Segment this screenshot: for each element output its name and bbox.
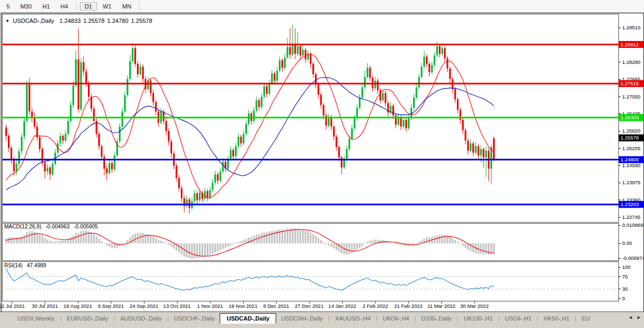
price-level-box-label: 1.24800 <box>621 157 639 162</box>
candle-body <box>493 138 495 160</box>
candle-body <box>209 190 211 198</box>
macd-bar <box>374 240 376 243</box>
timeframe-button-w1[interactable]: W1 <box>98 2 117 11</box>
chart-canvas[interactable]: 1.295101.282801.276651.270501.264351.258… <box>0 0 644 328</box>
date-label: 27 Dec 2021 <box>295 303 324 309</box>
candle-body <box>423 56 425 67</box>
macd-bar <box>384 241 386 243</box>
candle-body <box>312 64 314 74</box>
candle-body <box>88 84 90 97</box>
candle-body <box>21 137 22 151</box>
macd-bar <box>398 243 399 244</box>
macd-bar <box>436 235 438 243</box>
candle-body <box>134 48 136 63</box>
candle-body <box>310 54 311 64</box>
rsi-tick-label: 70 <box>622 274 628 280</box>
candle-body <box>323 105 324 115</box>
candle-body <box>196 193 198 200</box>
candle-body <box>336 137 337 147</box>
tab-uk100-h1[interactable]: UK100-,H1 <box>459 314 497 323</box>
candle-body <box>238 137 239 146</box>
candle-body <box>269 84 270 94</box>
macd-bar <box>263 233 265 243</box>
candle-body <box>320 95 321 105</box>
tab-xauusd-h4[interactable]: XAUUSD-,H4 <box>330 314 375 323</box>
candle-body <box>482 149 484 158</box>
candle-body <box>258 100 260 107</box>
candle-body <box>15 164 17 171</box>
candle-body <box>204 191 206 199</box>
timeframe-button-m30[interactable]: M30 <box>15 2 36 11</box>
tab-eurusd-daily[interactable]: EURUSD-,Daily <box>62 314 113 323</box>
candle-body <box>26 85 28 121</box>
timeframe-button-h4[interactable]: H4 <box>56 2 73 11</box>
tab-eu[interactable]: EU <box>577 314 594 323</box>
candle-body <box>137 64 139 74</box>
date-label: 2 Feb 2022 <box>363 303 388 309</box>
macd-indicator-label: MACD(12,26,9) -0.004963 -0.005905 <box>4 224 102 229</box>
candle-body <box>426 56 428 64</box>
macd-bar <box>416 243 417 244</box>
tab-scroll-right-icon[interactable]: ► <box>637 315 641 320</box>
candle-body <box>400 117 402 127</box>
macd-bar <box>472 243 474 252</box>
macd-bar <box>418 242 420 243</box>
tab-usdchf-daily[interactable]: USDCHF-,Daily <box>169 314 220 323</box>
candle-body <box>83 62 84 71</box>
tab-dj30-daily[interactable]: DJ30-,Daily <box>416 314 456 323</box>
candle-body <box>168 131 170 141</box>
candle-body <box>181 188 182 199</box>
macd-bar <box>85 231 87 243</box>
candle-body <box>227 159 229 169</box>
timeframe-button-mn[interactable]: MN <box>117 2 136 11</box>
candle-body <box>132 48 133 61</box>
macd-bar <box>441 234 443 243</box>
macd-bar <box>271 231 273 243</box>
timeframe-button-h1[interactable]: H1 <box>38 2 55 11</box>
price-level-box-label: 1.28912 <box>621 42 639 47</box>
tab-ukoil-h4[interactable]: UKOil-,H4 <box>378 314 414 323</box>
macd-bar <box>78 233 79 243</box>
timeframe-button-5[interactable]: 5 <box>2 2 14 11</box>
macd-bar <box>426 237 428 243</box>
macd-bar <box>194 243 195 258</box>
macd-bar <box>312 234 314 243</box>
timeframe-button-d1[interactable]: D1 <box>80 2 97 11</box>
macd-bar <box>109 243 110 247</box>
tab-usdx-weekly[interactable]: USDX,Weekly <box>13 314 59 323</box>
macd-bar <box>34 232 35 243</box>
macd-bar <box>258 234 260 243</box>
tab-usdcad-daily[interactable]: USDCAD-,Daily <box>220 313 276 324</box>
rsi-name: RSI(14) <box>4 263 22 268</box>
macd-bar <box>238 242 239 243</box>
tab-usdcnh-daily[interactable]: USDCNH-,Daily <box>276 314 327 323</box>
tab-usoil-h1[interactable]: USOil-,H1 <box>500 314 536 323</box>
candle-body <box>5 127 7 136</box>
tab-hk50-h1[interactable]: HK50-,H1 <box>539 314 574 323</box>
tab-audusd-daily[interactable]: AUDUSD-,Daily <box>116 314 167 323</box>
macd-bar <box>165 243 167 244</box>
tab-scroll-arrows: ◄ ► <box>628 315 641 320</box>
macd-bar <box>480 243 482 254</box>
candle-body <box>302 50 304 56</box>
price-tick-label: 1.28280 <box>622 59 640 65</box>
symbol-dropdown-icon[interactable]: ▼ <box>5 19 10 23</box>
symbol-label: USDCAD-,Daily <box>13 18 54 24</box>
macd-bar <box>98 239 100 243</box>
candle-body <box>67 121 69 134</box>
macd-bar <box>5 239 7 243</box>
macd-bar <box>273 231 275 243</box>
macd-bar <box>462 243 464 246</box>
tab-scroll-left-icon[interactable]: ◄ <box>628 315 633 320</box>
macd-bar <box>310 233 311 243</box>
macd-bar <box>173 243 175 249</box>
candle-body <box>248 113 249 124</box>
macd-bar <box>93 234 95 243</box>
candle-body <box>111 163 112 169</box>
candle-body <box>454 89 456 99</box>
macd-bar <box>367 242 368 243</box>
macd-bar <box>189 243 190 258</box>
candle-body <box>279 60 280 70</box>
macd-bar <box>132 235 133 243</box>
rsi-value: 47.4989 <box>27 263 46 268</box>
